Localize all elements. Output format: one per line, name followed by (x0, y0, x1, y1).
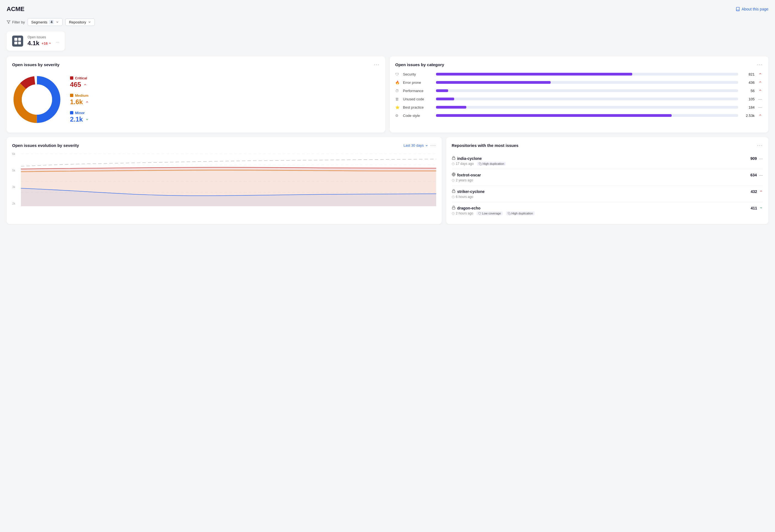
app-container: ACME About this page Filter by Segments … (0, 0, 775, 532)
category-bar-track (436, 98, 738, 100)
legend-minor: Minor 2.1k (70, 111, 89, 123)
category-name: Best practice (403, 105, 433, 109)
repo-item-india-cyclone[interactable]: india-cyclone 909 — 17 days ago High dup… (452, 153, 763, 169)
repo-time: 2 years ago (452, 178, 473, 182)
summary-value: 4.1k (28, 40, 39, 47)
severity-card-title: Open issues by severity (12, 62, 60, 67)
period-label: Last 30 days (404, 143, 424, 147)
category-count: 105 (741, 97, 755, 101)
category-bar-track (436, 106, 738, 109)
category-bar-track (436, 73, 738, 75)
segments-label: Segments (31, 20, 47, 24)
repo-name-row: striker-cyclone 432 (452, 189, 763, 194)
repo-name: foxtrot-oscar (452, 172, 481, 177)
repo-name-row: india-cyclone 909 — (452, 156, 763, 161)
repo-tag: Low coverage (477, 211, 503, 215)
category-name: Code style (403, 113, 433, 118)
category-bar-fill (436, 89, 448, 92)
repos-more-button[interactable]: ··· (757, 142, 763, 148)
severity-more-button[interactable]: ··· (374, 62, 380, 67)
minor-dot (70, 111, 73, 114)
category-bar-fill (436, 73, 632, 75)
repo-time: 6 hours ago (452, 195, 473, 199)
segments-count-badge: 4 (49, 20, 54, 24)
repo-meta: 2 hours ago Low coverage High duplicatio… (452, 211, 763, 215)
bottom-grid: Open issues evolution by severity Last 3… (7, 137, 768, 224)
chevron-down-icon-2 (88, 20, 91, 24)
svg-rect-11 (480, 163, 482, 165)
category-icon: 🔥 (395, 80, 400, 85)
summary-delta: +16 (42, 41, 52, 45)
category-bar-fill (436, 114, 672, 117)
chevron-down-icon (56, 20, 59, 24)
segments-filter-button[interactable]: Segments 4 (28, 18, 63, 26)
svg-rect-17 (452, 207, 455, 209)
category-more-button[interactable]: ··· (757, 62, 763, 67)
repository-filter-button[interactable]: Repository (65, 18, 94, 26)
category-card: Open issues by category ··· 🛡 Security 8… (390, 56, 768, 133)
repo-count-row: 411 (751, 206, 763, 210)
category-count: 2.53k (741, 113, 755, 118)
repo-name: dragon-echo (452, 206, 481, 210)
chart-inner (21, 151, 436, 206)
repo-meta: 6 hours ago (452, 195, 763, 199)
critical-dot (70, 76, 73, 80)
repo-lock-icon (452, 206, 456, 210)
repo-name: striker-cyclone (452, 189, 485, 194)
medium-trend-icon (85, 100, 89, 104)
summary-more-button[interactable]: ... (56, 39, 59, 43)
chevron-down-icon-3 (425, 144, 428, 147)
filter-bar: Filter by Segments 4 Repository (7, 18, 768, 26)
repo-name: india-cyclone (452, 156, 482, 161)
category-count: 184 (741, 105, 755, 109)
category-icon: ⚙ (395, 113, 400, 118)
category-row-security: 🛡 Security 821 (395, 72, 763, 76)
evo-more-button[interactable]: ··· (431, 142, 436, 148)
category-row-error-prone: 🔥 Error prone 436 (395, 80, 763, 85)
category-row-best-practice: ⭐ Best practice 184 — (395, 105, 763, 109)
category-bar-fill (436, 106, 466, 109)
y-axis-labels: 6k 5k 3k 2k (12, 151, 20, 206)
svg-rect-19 (509, 213, 511, 215)
legend-critical: Critical 465 (70, 76, 89, 88)
legend-medium: Medium 1.6k (70, 93, 89, 106)
repo-item-striker-cyclone[interactable]: striker-cyclone 432 6 hours ago (452, 186, 763, 202)
trend-up-icon (48, 42, 52, 45)
about-page-label: About this page (742, 7, 768, 11)
repo-list: india-cyclone 909 — 17 days ago High dup… (452, 153, 763, 218)
category-row-code-style: ⚙ Code style 2.53k (395, 113, 763, 118)
repo-count: 432 (751, 189, 757, 194)
repo-trend-icon (759, 189, 763, 194)
evolution-chart-area: 6k 5k 3k 2k (12, 151, 436, 206)
category-trend-icon: — (757, 105, 763, 109)
repo-trend-icon: — (759, 173, 763, 177)
about-page-link[interactable]: About this page (736, 7, 768, 11)
repo-count-row: 909 — (750, 156, 763, 161)
category-count: 56 (741, 89, 755, 93)
summary-grid-icon (12, 36, 23, 47)
repo-item-foxtrot-oscar[interactable]: foxtrot-oscar 634 — 2 years ago (452, 169, 763, 186)
repos-card: Repositories with the most issues ··· in… (446, 137, 768, 224)
header: ACME About this page (7, 6, 768, 13)
category-row-unused-code: 🗑 Unused code 105 — (395, 97, 763, 101)
period-selector-button[interactable]: Last 30 days (404, 143, 428, 147)
repo-count-row: 634 — (750, 173, 763, 177)
category-trend-icon (757, 80, 763, 85)
category-icon: ⭐ (395, 105, 400, 109)
repo-meta: 17 days ago High duplication (452, 162, 763, 166)
app-title: ACME (7, 6, 25, 13)
category-trend-icon (757, 113, 763, 118)
svg-marker-0 (7, 21, 10, 24)
svg-rect-9 (452, 158, 455, 159)
repo-lock-icon (452, 172, 456, 177)
summary-value-row: 4.1k +16 (28, 40, 52, 47)
category-trend-icon (757, 72, 763, 76)
repo-meta: 2 years ago (452, 178, 763, 182)
legend-items: Critical 465 Medium 1.6k (70, 76, 89, 123)
repo-item-dragon-echo[interactable]: dragon-echo 411 2 hours ago Low coverage… (452, 202, 763, 218)
repo-count: 411 (751, 206, 757, 210)
critical-trend-icon (83, 83, 87, 86)
repository-label: Repository (69, 20, 86, 24)
category-icon: 🗑 (395, 97, 400, 101)
category-card-title: Open issues by category (395, 62, 444, 67)
